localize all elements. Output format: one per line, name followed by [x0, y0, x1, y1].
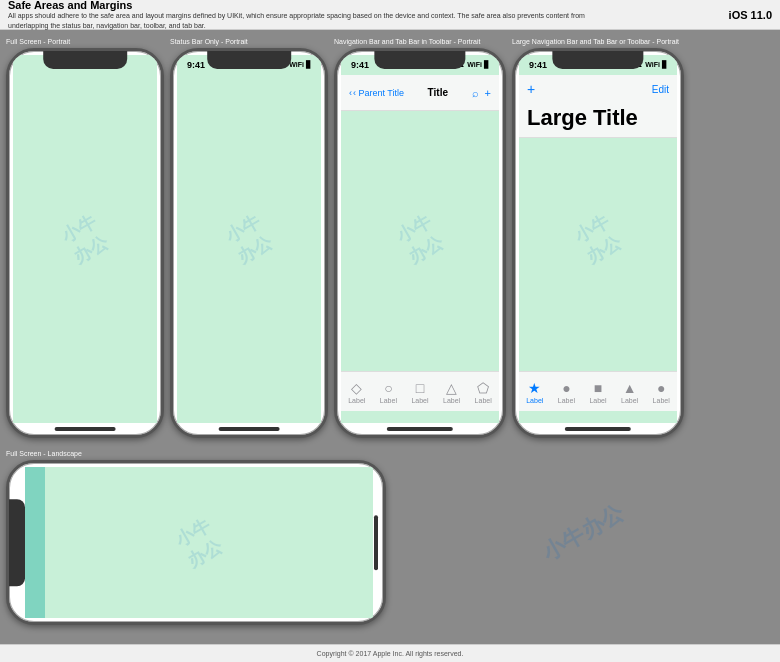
tab-label-5: Label [475, 397, 492, 404]
tab-label-1: Label [348, 397, 365, 404]
phone5-screen: 小牛办公 [25, 467, 373, 618]
phone2-label: Status Bar Only - Portrait [170, 38, 248, 45]
ios-version-label: iOS 11.0 [729, 9, 772, 21]
top-header: Safe Areas and Margins All apps should a… [0, 0, 780, 30]
tab4-item-4[interactable]: ▲ Label [621, 380, 638, 404]
phone4-notch [552, 51, 643, 69]
triangle-filled-icon: ▲ [623, 380, 637, 396]
wifi-icon: WiFi [289, 61, 304, 69]
tab4-label-1: Label [526, 397, 543, 404]
watermark1: 小牛办公 [13, 55, 157, 423]
phone4-time: 9:41 [529, 60, 547, 70]
phone2-home-bar [219, 427, 280, 431]
phone3-tabbar: ◇ Label ○ Label □ Label △ [341, 371, 499, 411]
battery-icon: ▊ [484, 61, 489, 69]
tab4-item-3[interactable]: ■ Label [589, 380, 606, 404]
triangle-icon: △ [446, 380, 457, 396]
phone4-large-navbar: + Edit Large Title [519, 75, 677, 138]
plus-icon[interactable]: + [527, 81, 535, 97]
search-icon[interactable]: ⌕ [472, 87, 479, 99]
watermark-bottom-right: 小牛办公 [537, 498, 628, 568]
phone3-time: 9:41 [351, 60, 369, 70]
phone2-screen: 9:41 ▲ WiFi ▊ 小牛办公 [177, 55, 321, 423]
tab4-item-2[interactable]: ● Label [558, 380, 575, 404]
header-title-area: Safe Areas and Margins All apps should a… [8, 0, 608, 30]
wifi-icon: WiFi [467, 61, 482, 69]
content-area: Full Screen - Portrait 小牛办公 Status Bar O… [0, 30, 780, 644]
phone1-frame: 小牛办公 [6, 48, 164, 438]
page-subtitle: All apps should adhere to the safe area … [8, 11, 608, 29]
phone4-frame: 9:41 ▲ WiFi ▊ + Edit Large Title [512, 48, 684, 438]
battery-icon: ▊ [306, 61, 311, 69]
phone3-home-bar [387, 427, 453, 431]
chevron-left-icon: ‹ [349, 88, 352, 98]
phone5-left-strip [25, 467, 45, 618]
footer: Copyright © 2017 Apple Inc. All rights r… [0, 644, 780, 662]
wifi-icon: WiFi [645, 61, 660, 69]
copyright-text: Copyright © 2017 Apple Inc. All rights r… [317, 650, 464, 657]
battery-icon: ▊ [662, 61, 667, 69]
phone3-screen: 9:41 ▲ WiFi ▊ ‹ ‹ Parent Title Ti [341, 55, 499, 423]
phone3-frame: 9:41 ▲ WiFi ▊ ‹ ‹ Parent Title Ti [334, 48, 506, 438]
phone4-navbar-top: + Edit [519, 75, 677, 103]
edit-button[interactable]: Edit [652, 84, 669, 95]
star-icon: ★ [528, 380, 541, 396]
pentagon-icon: ⬠ [477, 380, 489, 396]
tab4-label-2: Label [558, 397, 575, 404]
diamond-icon: ◇ [351, 380, 362, 396]
phone3-navbar: ‹ ‹ Parent Title Title ⌕ + [341, 75, 499, 111]
tab-label-3: Label [411, 397, 428, 404]
phone2-notch [207, 51, 291, 69]
tab-label-2: Label [380, 397, 397, 404]
tab-item-5[interactable]: ⬠ Label [475, 380, 492, 404]
phone5-notch [9, 499, 25, 586]
watermark5: 小牛办公 [25, 467, 373, 618]
phone4-container: Large Navigation Bar and Tab Bar or Tool… [512, 38, 684, 438]
phone2-time: 9:41 [187, 60, 205, 70]
phone3-label: Navigation Bar and Tab Bar in Toolbar - … [334, 38, 480, 45]
phones-row-bottom: Full Screen - Landscape 小牛办公 小牛办公 [0, 450, 780, 635]
phone5-frame: 小牛办公 [6, 460, 386, 625]
phone3-nav-title: Title [428, 87, 448, 98]
tab4-item-5[interactable]: ● Label [653, 380, 670, 404]
circle-icon: ○ [384, 380, 392, 396]
circle-filled2-icon: ● [657, 380, 665, 396]
tab-item-4[interactable]: △ Label [443, 380, 460, 404]
phone1-container: Full Screen - Portrait 小牛办公 [6, 38, 164, 438]
bottom-right-area: 小牛办公 [392, 450, 774, 615]
phone4-home-bar [565, 427, 631, 431]
square-icon: □ [416, 380, 424, 396]
circle-filled-icon: ● [562, 380, 570, 396]
phone4-tabbar: ★ Label ● Label ■ Label ▲ [519, 371, 677, 411]
watermark2: 小牛办公 [177, 55, 321, 423]
tab-item-3[interactable]: □ Label [411, 380, 428, 404]
parent-title: ‹ Parent Title [353, 88, 404, 98]
square-filled-icon: ■ [594, 380, 602, 396]
phone1-home-bar [55, 427, 116, 431]
add-icon[interactable]: + [485, 87, 491, 99]
phones-row-top: Full Screen - Portrait 小牛办公 Status Bar O… [0, 30, 780, 450]
phone5-container: Full Screen - Landscape 小牛办公 [6, 450, 386, 625]
phone3-container: Navigation Bar and Tab Bar in Toolbar - … [334, 38, 506, 438]
phone3-back-button[interactable]: ‹ ‹ Parent Title [349, 88, 404, 98]
phone1-label: Full Screen - Portrait [6, 38, 70, 45]
phone1-notch [43, 51, 127, 69]
phone4-screen: 9:41 ▲ WiFi ▊ + Edit Large Title [519, 55, 677, 423]
tab4-label-5: Label [653, 397, 670, 404]
tab4-label-4: Label [621, 397, 638, 404]
tab-item-1[interactable]: ◇ Label [348, 380, 365, 404]
phone2-frame: 9:41 ▲ WiFi ▊ 小牛办公 [170, 48, 328, 438]
phone3-notch [374, 51, 465, 69]
tab4-label-3: Label [589, 397, 606, 404]
phone4-label: Large Navigation Bar and Tab Bar or Tool… [512, 38, 679, 45]
phone5-home-bar [374, 515, 378, 571]
tab4-item-1[interactable]: ★ Label [526, 380, 543, 404]
page-title: Safe Areas and Margins [8, 0, 608, 11]
phone1-screen: 小牛办公 [13, 55, 157, 423]
tab-label-4: Label [443, 397, 460, 404]
phone3-nav-actions: ⌕ + [472, 87, 491, 99]
phone5-label: Full Screen - Landscape [6, 450, 82, 457]
large-nav-title: Large Title [519, 103, 677, 137]
phone2-container: Status Bar Only - Portrait 9:41 ▲ WiFi ▊… [170, 38, 328, 438]
tab-item-2[interactable]: ○ Label [380, 380, 397, 404]
